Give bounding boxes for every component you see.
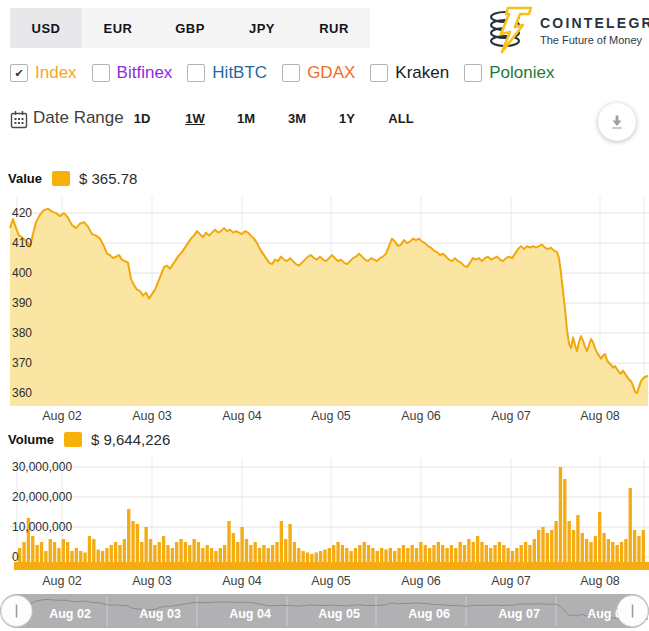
- index-checkbox[interactable]: ✔: [10, 64, 28, 82]
- x-axis-label: Aug 02: [42, 574, 82, 588]
- volume-legend: Volume $ 9,644,226: [8, 431, 170, 448]
- tab-usd[interactable]: USD: [10, 8, 82, 48]
- bitfinex-checkbox[interactable]: [92, 64, 110, 82]
- series-toggle-hitbtc[interactable]: HitBTC: [187, 63, 267, 83]
- range-navigator[interactable]: Aug 02Aug 03Aug 04Aug 05Aug 06Aug 07Aug …: [0, 594, 649, 628]
- coin-stack-lightning-icon: [486, 6, 532, 54]
- poloniex-checkbox[interactable]: [464, 64, 482, 82]
- x-axis-label: Aug 03: [132, 574, 172, 588]
- range-3m[interactable]: 3M: [288, 111, 306, 126]
- value-chart[interactable]: 420410400390380370360: [0, 196, 649, 406]
- date-range-label: Date Range: [33, 108, 124, 128]
- y-axis-label: 380: [12, 326, 32, 340]
- series-toggle-gdax[interactable]: GDAX: [282, 63, 355, 83]
- x-axis-label: Aug 02: [42, 409, 82, 423]
- logo-title: COINTELEGRAPH: [540, 15, 649, 31]
- tab-eur[interactable]: EUR: [82, 8, 154, 48]
- volume-chart[interactable]: 010,000,00020,000,00030,000,000: [0, 458, 649, 570]
- y-axis-label: 370: [12, 356, 32, 370]
- range-1m[interactable]: 1M: [237, 111, 255, 126]
- x-axis-label: Aug 07: [491, 574, 531, 588]
- x-axis-label: Aug 05: [311, 409, 351, 423]
- volume-legend-swatch: [64, 432, 82, 447]
- navigator-label: Aug 03: [139, 607, 181, 621]
- navigator-label: Aug 05: [318, 607, 360, 621]
- value-legend: Value $ 365.78: [8, 170, 137, 187]
- navigator-label: Aug 04: [229, 607, 271, 621]
- tab-gbp[interactable]: GBP: [154, 8, 226, 48]
- x-axis-label: Aug 08: [580, 409, 620, 423]
- y-axis-label: 0: [12, 550, 19, 564]
- y-axis-label: 400: [12, 266, 32, 280]
- range-all[interactable]: ALL: [388, 111, 413, 126]
- kraken-checkbox[interactable]: [370, 64, 388, 82]
- y-axis-label: 360: [12, 386, 32, 400]
- range-1d[interactable]: 1D: [134, 111, 151, 126]
- logo-tagline: The Future of Money: [540, 34, 649, 46]
- x-axis-label: Aug 07: [491, 409, 531, 423]
- y-axis-label: 410: [12, 236, 32, 250]
- toggle-label: HitBTC: [212, 63, 267, 83]
- volume-legend-amount: $ 9,644,226: [91, 431, 170, 448]
- y-axis-label: 10,000,000: [12, 520, 72, 534]
- x-axis-label: Aug 04: [222, 409, 262, 423]
- navigator-label: Aug 06: [408, 607, 450, 621]
- value-chart-title: Value: [8, 171, 42, 186]
- toggle-label: Kraken: [395, 63, 449, 83]
- navigator-right-handle[interactable]: [617, 596, 648, 627]
- navigator-left-handle[interactable]: [1, 596, 32, 627]
- download-button[interactable]: [598, 103, 636, 141]
- series-toggle-kraken[interactable]: Kraken: [370, 63, 449, 83]
- series-toggle-poloniex[interactable]: Poloniex: [464, 63, 554, 83]
- toggle-label: Index: [35, 63, 77, 83]
- y-axis-label: 30,000,000: [12, 460, 72, 474]
- series-toggle-index[interactable]: ✔ Index: [10, 63, 77, 83]
- x-axis-label: Aug 04: [222, 574, 262, 588]
- series-toggles: ✔ Index Bitfinex HitBTC GDAX Kraken Polo…: [10, 63, 569, 83]
- range-1w[interactable]: 1W: [185, 111, 205, 126]
- currency-tab-bar: USD EUR GBP JPY RUR: [10, 8, 370, 48]
- y-axis-label: 390: [12, 296, 32, 310]
- toggle-label: Poloniex: [489, 63, 554, 83]
- tab-jpy[interactable]: JPY: [226, 8, 298, 48]
- range-1y[interactable]: 1Y: [339, 111, 355, 126]
- gdax-checkbox[interactable]: [282, 64, 300, 82]
- cointelegraph-logo: COINTELEGRAPH The Future of Money: [486, 6, 649, 54]
- hitbtc-checkbox[interactable]: [187, 64, 205, 82]
- y-axis-label: 420: [12, 206, 32, 220]
- y-axis-label: 20,000,000: [12, 490, 72, 504]
- series-toggle-bitfinex[interactable]: Bitfinex: [92, 63, 173, 83]
- x-axis-label: Aug 08: [580, 574, 620, 588]
- x-axis-label: Aug 03: [132, 409, 172, 423]
- value-legend-amount: $ 365.78: [79, 170, 137, 187]
- tab-rur[interactable]: RUR: [298, 8, 370, 48]
- volume-chart-title: Volume: [8, 432, 54, 447]
- cointelegraph-price-index-page: USD EUR GBP JPY RUR COINTELEGRAPH The Fu…: [0, 0, 649, 631]
- toggle-label: Bitfinex: [117, 63, 173, 83]
- value-legend-swatch: [52, 171, 70, 186]
- date-range-toolbar: Date Range 1D 1W 1M 3M 1Y ALL: [10, 106, 649, 136]
- download-icon: [609, 114, 625, 130]
- calendar-icon: [10, 110, 28, 129]
- value-x-axis-labels: Aug 02Aug 03Aug 04Aug 05Aug 06Aug 07Aug …: [0, 409, 649, 425]
- navigator-label: Aug 02: [49, 607, 91, 621]
- x-axis-label: Aug 06: [401, 409, 441, 423]
- toggle-label: GDAX: [307, 63, 355, 83]
- x-axis-label: Aug 06: [401, 574, 441, 588]
- navigator-label: Aug 07: [498, 607, 540, 621]
- x-axis-label: Aug 05: [311, 574, 351, 588]
- volume-x-axis-labels: Aug 02Aug 03Aug 04Aug 05Aug 06Aug 07Aug …: [0, 574, 649, 590]
